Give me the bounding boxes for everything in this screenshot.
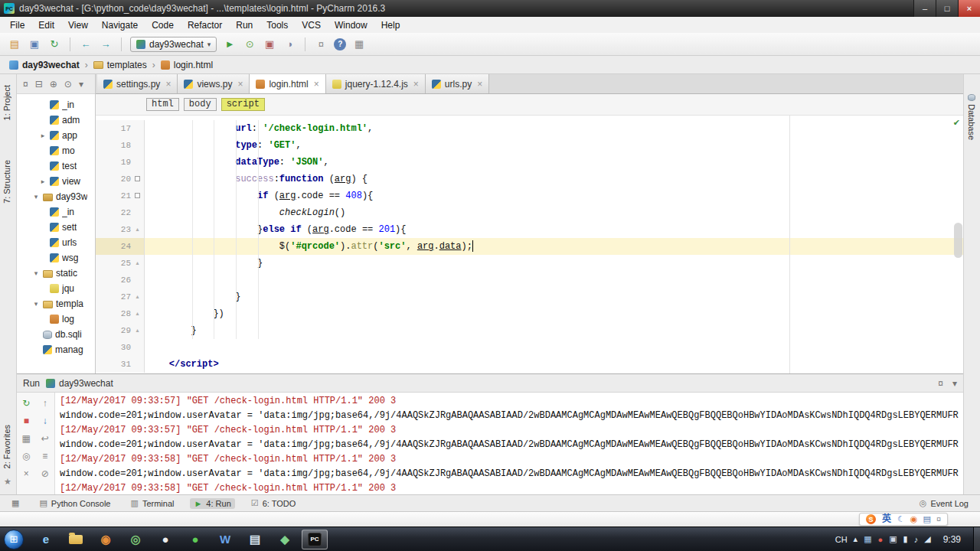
tray-app-icon-1[interactable]: ▦ [864,534,871,544]
tray-app-icon-3[interactable]: ▣ [889,534,897,544]
tree-item[interactable]: ▾static [17,266,95,281]
tree-item[interactable]: log [17,311,95,327]
soft-wrap-icon[interactable]: ↩ [41,433,49,444]
wechat-icon[interactable]: ● [182,530,208,549]
fold-marker[interactable]: ▴ [133,260,142,266]
profiler-icon[interactable]: ◑ [283,37,296,51]
fold-marker[interactable]: ▴ [133,311,142,317]
menu-navigate[interactable]: Navigate [95,18,145,32]
tree-item[interactable]: jqu [17,281,95,296]
help-icon[interactable]: ? [334,38,346,51]
toolwindow-tab-project[interactable]: 1: Project [2,85,11,120]
breadcrumb-item[interactable]: day93wechat [7,59,82,71]
volume-icon[interactable]: ♪ [914,535,919,544]
menu-refactor[interactable]: Refactor [181,18,229,32]
tray-expand-icon[interactable]: ▴ [854,534,858,544]
tree-item[interactable]: _in [17,204,95,220]
run-icon[interactable]: ► [223,37,237,51]
toolwindow-switcher-icon[interactable]: ▦ [8,497,23,509]
gutter[interactable]: 18 [96,137,145,154]
sogou-ime-bar[interactable]: S 英 ☾◉▤¤ [859,513,948,526]
code-editor[interactable]: 17 url: '/check-login.html',18 type: 'GE… [96,116,963,373]
toolwindow-event-log[interactable]: ◎Event Log [916,497,972,509]
qq-icon[interactable]: ● [152,530,178,549]
forward-icon[interactable]: → [99,37,113,51]
open-folder-icon[interactable]: ▤ [8,37,21,51]
close-tab-icon[interactable]: × [165,79,171,90]
tray-app-icon-2[interactable]: ● [878,535,884,544]
menu-window[interactable]: Window [328,18,374,32]
save-all-icon[interactable]: ▣ [28,37,41,51]
breadcrumb-tag[interactable]: body [184,98,217,111]
tree-item[interactable]: wsg [17,250,95,266]
collapse-all-icon[interactable]: ⊟ [35,79,43,90]
battery-icon[interactable]: ▮ [903,534,908,544]
editor-tab[interactable]: settings.py× [97,74,178,93]
editor-tab[interactable]: jquery-1.12.4.js× [326,74,426,93]
toolwindow-python-console[interactable]: ▤Python Console [35,497,114,509]
toolwindow-terminal[interactable]: ▥Terminal [126,497,178,509]
back-icon[interactable]: ← [79,37,93,51]
breadcrumb-tag[interactable]: script [221,98,265,111]
clear-icon[interactable]: ⊘ [41,468,49,479]
start-button[interactable]: ⊞ [4,530,24,549]
screenshot-icon[interactable]: ◆ [272,530,298,549]
rerun-icon[interactable]: ↻ [22,398,30,409]
gutter[interactable]: 28▴ [96,305,145,322]
settings-gear-icon[interactable]: ¤ [23,79,28,90]
tree-item[interactable]: adm [17,112,95,128]
hide-panel-icon[interactable]: ▾ [952,378,957,389]
explorer-folder-icon[interactable] [63,530,89,549]
gutter[interactable]: 23▴ [96,221,145,238]
tree-item[interactable]: ▸app [17,128,95,143]
tree-item[interactable]: ▾day93w [17,189,95,204]
gutter[interactable]: 31 [96,356,145,373]
fold-marker[interactable] [133,193,142,200]
hide-panel-icon[interactable]: ▾ [79,79,83,90]
synchronize-icon[interactable]: ↻ [47,37,61,51]
gutter[interactable]: 21 [96,187,145,204]
gutter[interactable]: 29▴ [96,322,145,339]
tray-language-badge[interactable]: CH [835,535,848,544]
ime-language-indicator[interactable]: 英 [882,514,891,525]
browser-icon[interactable]: ◎ [122,530,149,549]
breadcrumb-tag[interactable]: html [146,98,179,111]
toolwindow-tab-favorites[interactable]: 2: Favorites [2,425,11,468]
menu-tools[interactable]: Tools [260,18,295,32]
close-tab-icon[interactable]: × [477,79,482,90]
keyboard-icon[interactable]: ▤ [923,514,930,525]
coverage-icon[interactable]: ▣ [263,37,276,51]
print-icon[interactable]: ≡ [42,451,47,461]
menu-file[interactable]: File [3,18,31,32]
editor-scrollbar[interactable] [954,223,962,258]
ie-browser-icon[interactable]: e [33,530,59,549]
menu-run[interactable]: Run [229,18,260,32]
project-structure-icon[interactable]: ▦ [352,37,366,51]
network-icon[interactable]: ◢ [924,534,930,544]
tree-collapse-icon[interactable]: ▾ [32,269,40,277]
media-player-icon[interactable]: ◉ [93,530,119,549]
run-config-selector[interactable]: day93wechat▾ [130,37,217,52]
close-button[interactable]: × [958,0,980,17]
menu-help[interactable]: Help [374,18,407,32]
settings-gear-icon[interactable]: ¤ [314,37,328,51]
toolwindow-tab-database[interactable]: Database [967,94,976,140]
editor-tab[interactable]: urls.py× [426,74,489,93]
toolbox-icon[interactable]: ¤ [936,514,941,525]
tree-expand-icon[interactable]: ▸ [39,132,47,139]
notes-icon[interactable]: ▤ [242,530,268,549]
up-stack-icon[interactable]: ↑ [43,398,47,409]
close-tab-icon[interactable]: × [314,79,319,90]
down-stack-icon[interactable]: ↓ [43,416,47,426]
breadcrumb-item[interactable]: templates [91,59,149,71]
gutter[interactable]: 20 [96,171,145,187]
tree-collapse-icon[interactable]: ▾ [32,300,40,308]
close-tab-icon[interactable]: × [413,79,419,90]
expand-all-icon[interactable]: ⊕ [50,79,57,90]
editor-tab[interactable]: login.html× [250,74,325,93]
fold-marker[interactable]: ▴ [133,294,142,300]
tree-collapse-icon[interactable]: ▾ [32,193,40,201]
fold-marker[interactable]: ▴ [133,227,142,233]
menu-vcs[interactable]: VCS [295,18,328,32]
close-icon[interactable]: × [24,468,29,479]
